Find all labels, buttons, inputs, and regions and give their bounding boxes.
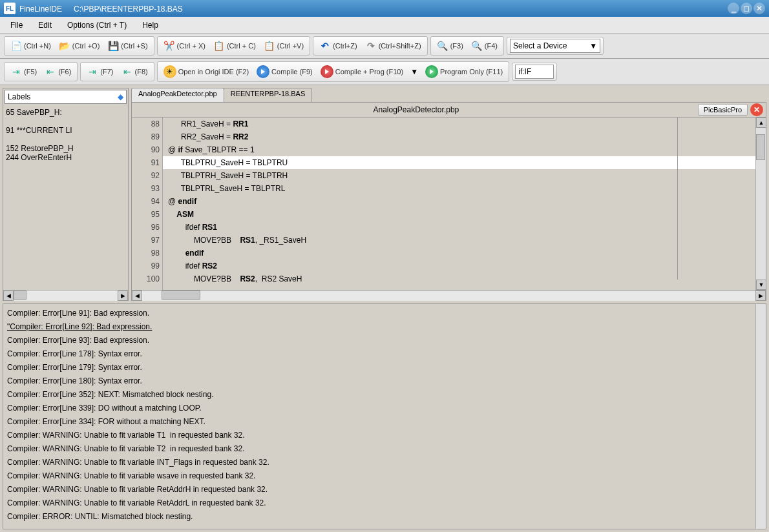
maximize-button[interactable]: ◻ <box>741 3 752 14</box>
label-item[interactable]: 152 RestorePBP_H <box>6 144 125 153</box>
output-line[interactable]: Compiler: ERROR: UNTIL: Mismatched block… <box>7 510 762 524</box>
code-line[interactable]: TBLPTRL_SaveH = TBLPTRL <box>163 182 755 195</box>
menu-help[interactable]: Help <box>136 19 165 32</box>
search-next-icon: 🔍 <box>471 40 483 52</box>
labels-dropdown[interactable]: Labels ◆ <box>5 90 127 104</box>
output-line[interactable]: Compiler: WARNING: Unable to fit variabl… <box>7 483 762 496</box>
window-buttons: ⎯ ◻ ✕ <box>728 3 765 14</box>
save-icon: 💾 <box>107 40 119 52</box>
device-select[interactable]: Select a Device ▼ <box>510 39 600 53</box>
code-line[interactable]: @ endif <box>163 195 755 208</box>
scroll-right-icon[interactable]: ▶ <box>755 291 766 301</box>
code-line[interactable]: ifdef RS2 <box>163 260 755 272</box>
code-line[interactable]: TBLPTRH_SaveH = TBLPTRH <box>163 169 755 182</box>
label-item[interactable] <box>6 135 125 144</box>
new-button[interactable]: 📄(Ctrl +N) <box>7 38 54 54</box>
scroll-right-icon[interactable]: ▶ <box>118 291 128 301</box>
code-line[interactable]: endif <box>163 247 755 260</box>
cut-button[interactable]: ✂️(Ctrl + X) <box>160 38 209 54</box>
app-name: FineLineIDE <box>19 5 62 14</box>
f7-button[interactable]: ⇥(F7) <box>83 64 116 79</box>
compiler-output[interactable]: Compiler: Error[Line 91]: Bad expression… <box>3 303 766 529</box>
search-icon: 🔍 <box>437 40 448 52</box>
output-line[interactable]: Compiler: Error[Line 179]: Syntax error. <box>7 361 762 374</box>
open-origi-button[interactable]: ☀Open in Origi IDE (F2) <box>160 63 252 80</box>
output-line[interactable]: Compiler: Error[Line 91]: Bad expression… <box>7 307 762 320</box>
output-line[interactable]: Compiler: Error[Line 93]: Bad expression… <box>7 334 762 347</box>
dropdown-arrow-icon[interactable]: ▼ <box>408 67 421 76</box>
code-line[interactable]: MOVE?BB RS2, RS2 SaveH <box>163 272 755 285</box>
output-vscrollbar[interactable] <box>755 304 766 529</box>
output-line[interactable]: Compiler: WARNING: Unable to fit variabl… <box>7 442 762 456</box>
f6-button[interactable]: ⇤(F6) <box>41 64 74 79</box>
editor-hscrollbar[interactable]: ◀ ▶ <box>131 291 766 301</box>
output-line[interactable]: Compiler: Error[Line 180]: Syntax error. <box>7 374 762 388</box>
labels-list[interactable]: 65 SavePBP_H: 91 ***CURRENT LI 152 Resto… <box>3 105 128 290</box>
scroll-up-icon[interactable]: ▲ <box>756 118 766 128</box>
redo-icon: ↷ <box>365 40 377 52</box>
label-item[interactable] <box>6 117 125 126</box>
editor-vscrollbar[interactable]: ▲ ▼ <box>755 118 766 290</box>
copy-button[interactable]: 📋(Ctrl + C) <box>210 38 259 54</box>
labels-hscrollbar[interactable]: ◀ ▶ <box>3 290 128 300</box>
menu-options[interactable]: Options (Ctrl + T) <box>61 19 133 32</box>
output-line[interactable]: Compiler: WARNING: Unable to fit variabl… <box>7 429 762 442</box>
ruler-line <box>677 118 678 280</box>
editor: 888990919293949596979899100 RR1_SaveH = … <box>131 118 766 291</box>
save-button[interactable]: 💾(Ctrl +S) <box>104 38 151 54</box>
close-document-button[interactable]: ✕ <box>750 103 763 116</box>
program-only-button[interactable]: Program Only (F11) <box>422 63 506 80</box>
line-gutter: 888990919293949596979899100 <box>132 118 163 290</box>
minimize-button[interactable]: ⎯ <box>728 3 739 14</box>
menu-edit[interactable]: Edit <box>32 19 58 32</box>
paste-button[interactable]: 📋(Ctrl +V) <box>260 38 307 54</box>
label-item[interactable]: 65 SavePBP_H: <box>6 108 125 117</box>
scissors-icon: ✂️ <box>163 40 175 52</box>
indent-block-icon: ⇥ <box>87 66 98 77</box>
sun-icon: ☀ <box>163 65 176 78</box>
undo-button[interactable]: ↶(Ctrl+Z) <box>316 38 361 54</box>
open-button[interactable]: 📂(Ctrl +O) <box>56 38 103 54</box>
f5-button[interactable]: ⇥(F5) <box>7 64 40 79</box>
output-line[interactable]: Compiler: WARNING: Unable to fit variabl… <box>7 469 762 483</box>
language-button[interactable]: PicBasicPro <box>698 104 748 116</box>
code-line[interactable]: MOVE?BB RS1, _RS1_SaveH <box>163 234 755 247</box>
editor-panel: AnalogPeakDetector.pbp REENTERPBP-18.BAS… <box>131 88 766 301</box>
redo-button[interactable]: ↷(Ctrl+Shift+Z) <box>362 38 425 54</box>
output-line[interactable]: Compiler: Error[Line 352]: NEXT: Mismatc… <box>7 388 762 402</box>
output-line[interactable]: "Compiler: Error[Line 92]: Bad expressio… <box>7 320 762 334</box>
compile-prog-button[interactable]: Compile + Prog (F10) <box>317 63 406 80</box>
output-line[interactable]: Compiler: WARNING: Unable to fit variabl… <box>7 456 762 469</box>
find-next-button[interactable]: 🔍(F4) <box>468 38 501 54</box>
code-line[interactable]: ifdef RS1 <box>163 221 755 234</box>
find-button[interactable]: 🔍(F3) <box>434 38 467 54</box>
device-select-label: Select a Device <box>513 41 567 50</box>
if-input[interactable] <box>515 65 554 79</box>
label-item[interactable]: 91 ***CURRENT LI <box>6 126 125 135</box>
close-button[interactable]: ✕ <box>753 3 765 14</box>
code-line[interactable]: TBLPTRU_SaveH = TBLPTRU <box>163 156 755 169</box>
indent-icon: ⇥ <box>10 66 22 77</box>
scroll-down-icon[interactable]: ▼ <box>756 280 766 290</box>
undo-icon: ↶ <box>319 40 331 52</box>
tab-analogpeak[interactable]: AnalogPeakDetector.pbp <box>131 88 224 102</box>
code-line[interactable]: ASM <box>163 208 755 221</box>
file-path: C:\PBP\REENTERPBP-18.BAS <box>74 5 183 14</box>
tab-reenterpbp[interactable]: REENTERPBP-18.BAS <box>224 88 313 102</box>
scroll-left-icon[interactable]: ◀ <box>3 291 14 301</box>
code-line[interactable]: @ if Save_TBLPTR == 1 <box>163 143 755 156</box>
code-area[interactable]: RR1_SaveH = RR1 RR2_SaveH = RR2@ if Save… <box>163 118 755 290</box>
code-line[interactable]: RR2_SaveH = RR2 <box>163 130 755 143</box>
code-line[interactable]: RR1_SaveH = RR1 <box>163 118 755 130</box>
output-line[interactable]: Compiler: Error[Line 334]: FOR without a… <box>7 415 762 429</box>
outdent-icon: ⇤ <box>45 66 56 77</box>
window-title: FineLineIDE C:\PBP\REENTERPBP-18.BAS <box>19 4 728 14</box>
f8-button[interactable]: ⇤(F8) <box>118 64 151 79</box>
compile-button[interactable]: Compile (F9) <box>253 63 316 80</box>
label-item[interactable]: 244 OverReEnterH <box>6 153 125 162</box>
output-line[interactable]: Compiler: Error[Line 178]: Syntax error. <box>7 347 762 361</box>
menu-file[interactable]: File <box>4 19 29 32</box>
output-line[interactable]: Compiler: WARNING: Unable to fit variabl… <box>7 496 762 510</box>
scroll-left-icon[interactable]: ◀ <box>132 291 142 301</box>
output-line[interactable]: Compiler: Error[Line 339]: DO without a … <box>7 402 762 415</box>
